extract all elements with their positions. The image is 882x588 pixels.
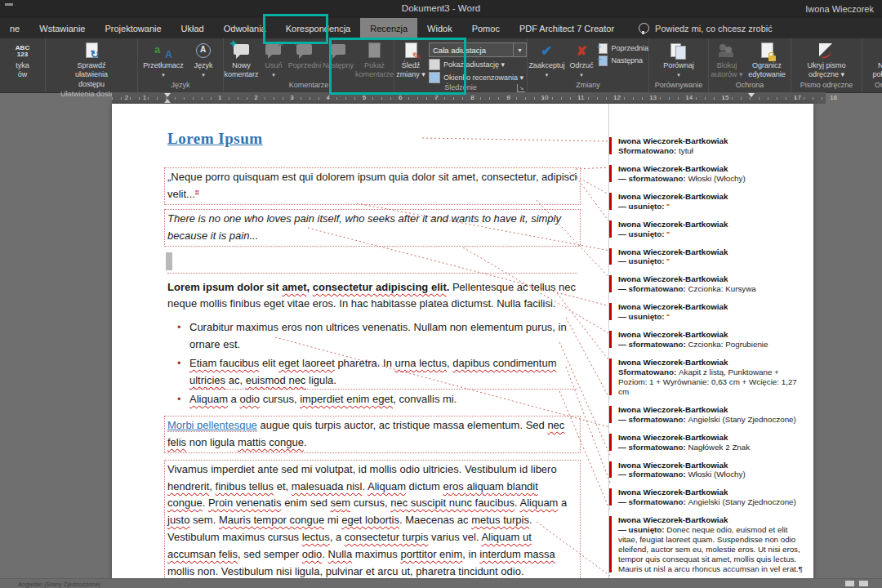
paragraph[interactable]: Morbi pellentesque augue quis turpis auc… — [164, 416, 581, 453]
indent-marker-left-bottom[interactable] — [164, 99, 171, 103]
tab-pdf-architect-7-creator[interactable]: PDF Architect 7 Creator — [510, 18, 624, 38]
revision-author: Iwona Wieczorek-Bartkowiak — [618, 302, 808, 312]
revision-entry[interactable]: Iwona Wieczorek-Bartkowiak— sformatowano… — [617, 405, 808, 425]
tab-korespondencja[interactable]: Korespondencja — [276, 18, 361, 38]
revision-author: Iwona Wieczorek-Bartkowiak — [618, 515, 808, 525]
button-blokuj[interactable]: Blokujautorów ▾ — [710, 41, 743, 81]
tab-uk-ad[interactable]: Układ — [172, 18, 214, 38]
button-zaakceptuj[interactable]: ✔Zaakceptuj▾ — [528, 41, 566, 81]
revision-action: — usunięto: — [618, 256, 666, 265]
button-label: Okienko recenzowania ▾ — [443, 74, 523, 82]
text-run: et, — [274, 480, 292, 492]
button-notatki[interactable]: NNotatkipołączone — [867, 41, 882, 81]
button-okienko-recenzowania-[interactable]: Okienko recenzowania ▾ — [429, 72, 527, 83]
revision-action: — usunięto: — [618, 312, 666, 321]
button-przetłumacz[interactable]: aAPrzetłumacz▾ — [141, 41, 185, 81]
group-label: Pismo odręczne — [791, 81, 862, 92]
indent-marker-left[interactable] — [164, 93, 171, 97]
tab-wstawianie[interactable]: Wstawianie — [29, 18, 95, 38]
tell-me-box[interactable]: Powiedz mi, co chcesz zrobić — [639, 18, 773, 38]
revision-entry[interactable]: Iwona Wieczorek-Bartkowiak— sformatowano… — [617, 330, 808, 350]
accept-icon: ✔ — [536, 42, 557, 61]
button-pokaż-adiustację-[interactable]: Pokaż adiustację ▾ — [429, 59, 527, 70]
button-następny[interactable]: →Następny — [323, 41, 354, 71]
button-usuń[interactable]: ✕Usuń▾ — [261, 41, 287, 81]
ruler-number: 10 — [541, 94, 549, 101]
revision-value: " — [666, 256, 669, 265]
word-window: Dokument3 - Word Iwona Wieczorek neWstaw… — [0, 0, 882, 588]
revision-entry[interactable]: Iwona Wieczorek-Bartkowiak— usunięto: " — [617, 247, 808, 267]
button-język[interactable]: AJęzyk▾ — [187, 41, 220, 81]
text-run: There is no one who loves pain itself, w… — [167, 212, 561, 242]
revision-entry[interactable]: Iwona Wieczorek-Bartkowiak— usunięto: " — [617, 192, 808, 212]
ruler-number: 1 — [218, 94, 221, 101]
revision-detail: — usunięto: " — [618, 229, 808, 239]
tab-widok[interactable]: Widok — [417, 18, 462, 38]
paragraph[interactable]: Lorem ipsum dolor sit amet, consectetur … — [167, 279, 577, 314]
document-heading[interactable]: Lorem Ipsum — [167, 127, 577, 151]
button-porównaj[interactable]: Porównaj▾ — [657, 41, 701, 81]
revision-entry[interactable]: Iwona Wieczorek-BartkowiakSformatowano: … — [617, 358, 808, 397]
text-run: pharetra. In — [335, 357, 395, 369]
text-run: tincidunt odio — [458, 565, 521, 577]
tab-recenzja[interactable]: Recenzja — [360, 18, 417, 38]
list-item[interactable]: Etiam faucibus elit eget laoreet pharetr… — [189, 355, 577, 390]
paragraph[interactable]: Vivamus imperdiet ante sed mi volutpat, … — [164, 460, 581, 578]
text-run: Proin venenatis — [208, 497, 282, 509]
indent-marker-right[interactable] — [748, 93, 755, 97]
tab-pomoc[interactable]: Pomoc — [462, 18, 510, 38]
comment-new-icon: ✚ — [231, 42, 252, 61]
button-poprzedni[interactable]: ←Poprzedni — [288, 41, 321, 71]
button-sprawdź[interactable]: ↻Sprawdźułatwienia dostępu — [69, 41, 114, 90]
tab-ne[interactable]: ne — [0, 18, 29, 38]
tab-projektowanie[interactable]: Projektowanie — [96, 18, 172, 38]
list-item[interactable]: Curabitur maximus eros non ultrices vene… — [189, 319, 577, 354]
paragraph[interactable]: There is no one who loves pain itself, w… — [164, 209, 581, 247]
dialog-launcher-icon[interactable]: ↘ — [517, 84, 525, 92]
button-odrzuć[interactable]: ✘Odrzuć▾ — [568, 41, 596, 81]
button-pokaż[interactable]: Pokażkomentarze — [355, 41, 394, 81]
text-run: Vivamus imperdiet ante sed mi volutpat, … — [167, 463, 557, 475]
revision-entry[interactable]: Iwona Wieczorek-Bartkowiak— sformatowano… — [617, 433, 808, 452]
button-śledź[interactable]: ✎Śledźzmiany ▾ — [394, 41, 427, 81]
text-run: cursus, — [260, 393, 300, 405]
view-button-1[interactable] — [845, 581, 854, 586]
empty-paragraph[interactable] — [167, 252, 577, 274]
revision-entry[interactable]: Iwona Wieczorek-Bartkowiak— usunięto: Do… — [617, 515, 808, 574]
ribbon-group-zmiany: ✔Zaakceptuj▾✘Odrzuć▾←Poprzednia→Następna… — [528, 38, 649, 92]
button-label: tykaów — [16, 61, 29, 80]
button-następna[interactable]: →Następna — [597, 55, 648, 65]
revision-value: tytuł — [679, 146, 693, 155]
display-for-review-dropdown[interactable]: Cała adiustacja▾ — [429, 42, 527, 57]
button-label: Blokujautorów ▾ — [710, 61, 742, 80]
account-name[interactable]: Iwona Wieczorek — [805, 4, 874, 14]
button-ogranicz[interactable]: Ograniczedytowanie — [745, 41, 789, 81]
button-tyka[interactable]: ABC123tykaów — [7, 41, 39, 81]
button-label: Nowykomentarz — [225, 61, 259, 80]
text-run: euismod nec — [246, 374, 306, 386]
revision-entry[interactable]: Iwona Wieczorek-Bartkowiak— sformatowano… — [617, 164, 808, 184]
revision-entry[interactable]: Iwona Wieczorek-BartkowiakSformatowano: … — [617, 136, 808, 156]
track-icon: ✎ — [400, 42, 421, 61]
revision-entry[interactable]: Iwona Wieczorek-Bartkowiak— sformatowano… — [617, 274, 808, 294]
list-item[interactable]: Aliquam a odio cursus, imperdiet enim eg… — [189, 391, 577, 408]
button-label: Sprawdźułatwienia dostępu — [69, 61, 114, 89]
revision-entry[interactable]: Iwona Wieczorek-Bartkowiak— usunięto: " — [617, 302, 808, 322]
view-button-2[interactable] — [859, 581, 868, 586]
tell-me-icon — [639, 23, 649, 33]
language-indicator[interactable]: Angielski (Stany Zjednoczone) — [18, 581, 100, 588]
revision-value: Czcionka: Pogrubienie — [688, 340, 768, 349]
revision-entry[interactable]: Iwona Wieczorek-Bartkowiak— usunięto: " — [617, 220, 808, 239]
revision-entry[interactable]: Iwona Wieczorek-Bartkowiak— sformatowano… — [617, 461, 808, 480]
button-ukryj-pismo[interactable]: Ukryj pismoodręczne ▾ — [804, 41, 849, 81]
button-label: Porównaj▾ — [663, 61, 694, 80]
bulleted-list: Curabitur maximus eros non ultrices vene… — [167, 319, 577, 408]
tab-odwo-ania[interactable]: Odwołania — [214, 18, 276, 38]
paragraph[interactable]: „Neque porro quisquam est qui dolorem ip… — [164, 167, 581, 205]
revision-entry[interactable]: Iwona Wieczorek-Bartkowiak— sformatowano… — [617, 488, 808, 507]
button-poprzednia[interactable]: ←Poprzednia — [597, 42, 648, 53]
revision-markup-pane: Iwona Wieczorek-BartkowiakSformatowano: … — [617, 104, 808, 578]
button-nowy[interactable]: ✚Nowykomentarz — [224, 41, 259, 81]
ribbon-group-pismo-odręczne: Ukryj pismoodręczne ▾Pismo odręczne — [791, 38, 862, 92]
document-text-area[interactable]: Lorem Ipsum„Neque porro quisquam est qui… — [167, 127, 577, 578]
